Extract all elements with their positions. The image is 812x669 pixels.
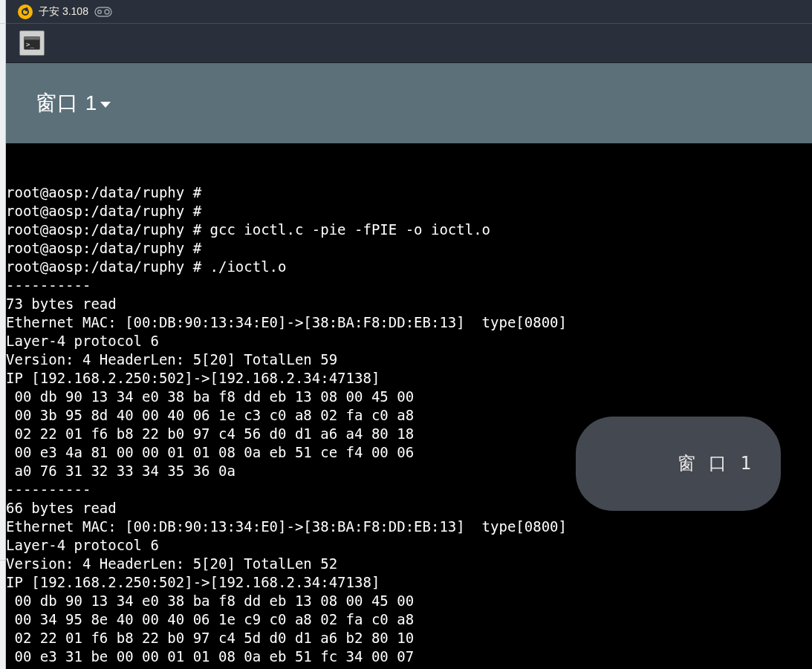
title-bar: 子安 3.108 (6, 0, 812, 23)
app-root: 子安 3.108 >_ 窗口 1 root@aosp:/data/ruphy #… (0, 0, 812, 669)
svg-rect-4 (25, 37, 40, 40)
device-outline-icon (94, 7, 112, 17)
active-window-tab-label: 窗口 1 (36, 89, 97, 117)
window-name-toast-label: 窗 口 1 (678, 453, 753, 474)
app-logo-icon (18, 4, 33, 19)
chevron-down-icon (100, 102, 111, 108)
window-name-toast: 窗 口 1 (576, 417, 781, 511)
terminal-icon: >_ (24, 36, 40, 50)
window-tab-strip: 窗口 1 (6, 63, 812, 143)
left-edge-strip (0, 0, 6, 669)
app-title: 子安 3.108 (39, 5, 88, 19)
toolbar: >_ (6, 23, 812, 63)
svg-point-2 (105, 10, 109, 14)
svg-point-1 (98, 10, 102, 13)
terminal-output[interactable]: root@aosp:/data/ruphy # root@aosp:/data/… (6, 143, 812, 669)
open-terminal-button[interactable]: >_ (19, 30, 45, 56)
window-tab-dropdown[interactable]: 窗口 1 (36, 89, 111, 117)
svg-text:>_: >_ (26, 41, 34, 48)
